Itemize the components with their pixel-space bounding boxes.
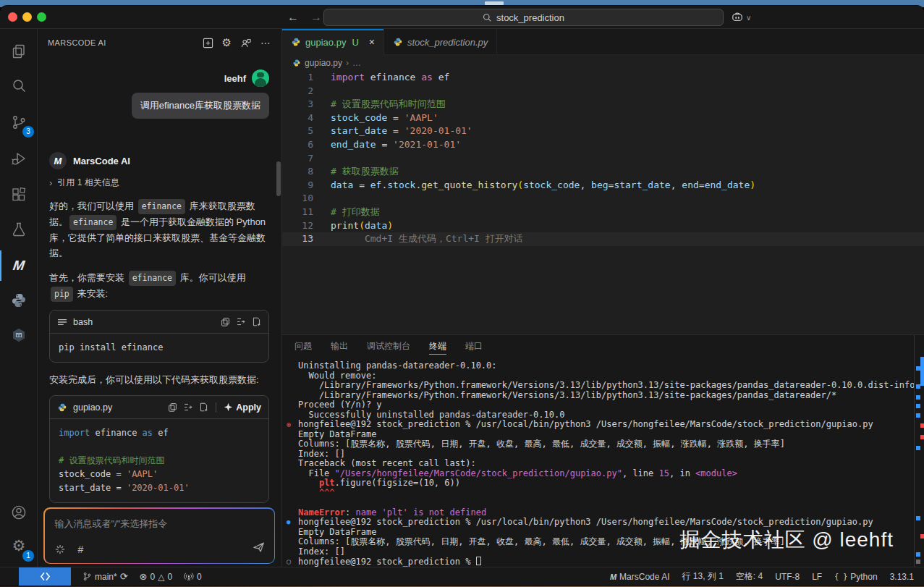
zoom-window-button[interactable] — [37, 12, 46, 22]
insert-at-cursor-icon[interactable] — [183, 402, 193, 412]
activitybar-python[interactable] — [0, 284, 38, 317]
code-line[interactable]: 7 — [282, 152, 924, 166]
activitybar-marscode[interactable]: M — [0, 249, 38, 282]
terminal-line: plt.figure(figsize=(10, 6)) — [298, 478, 914, 489]
ruler-mark — [916, 552, 920, 557]
insert-at-cursor-icon[interactable] — [236, 317, 246, 326]
indentation-status[interactable]: 空格: 4 — [736, 570, 763, 583]
code-block-body: import efinance as ef # 设置股票代码和时间范围stock… — [50, 419, 268, 502]
code-line[interactable]: 6end_date = '2021-01-01' — [282, 138, 924, 152]
command-decoration-icon[interactable]: ○ — [287, 557, 291, 567]
panel-tab-3[interactable]: 终端 — [429, 335, 446, 358]
feedback-icon[interactable] — [240, 38, 252, 48]
code-line[interactable]: 9data = ef.stock.get_quote_history(stock… — [282, 179, 924, 193]
activitybar-search[interactable] — [0, 69, 38, 103]
chat-input[interactable]: 输入消息或者"/"来选择指令 # — [43, 507, 275, 564]
tab-gupiao-py[interactable]: gupiao.py U × — [282, 29, 384, 55]
activitybar-source-control[interactable]: 3 — [0, 106, 38, 139]
terminal-line: ⊗hongfeilee@192 stock_prediction % /usr/… — [298, 420, 914, 430]
ai-paragraph: 好的，我们可以使用 efinance 库来获取股票数据。efinance 是一个… — [49, 198, 269, 261]
beaker-icon — [10, 221, 27, 238]
eol-status[interactable]: LF — [812, 572, 822, 582]
python-version[interactable]: 3.13.1 — [890, 572, 914, 582]
ports-status[interactable]: 0 — [184, 572, 202, 582]
settings-gear-icon[interactable]: ⚙ — [222, 36, 232, 49]
terminal-line: NameError: name 'plt' is not defined — [298, 508, 914, 518]
code-line[interactable]: 2 — [282, 85, 924, 98]
close-tab-icon[interactable]: × — [369, 36, 375, 48]
terminal-line: Uninstalling pandas-datareader-0.10.0: — [298, 361, 914, 371]
chat-input-placeholder: 输入消息或者"/"来选择指令 — [55, 518, 168, 531]
activitybar-extension-extra[interactable] — [0, 318, 38, 352]
sync-icon[interactable]: ⟳ — [120, 571, 128, 582]
breadcrumb[interactable]: gupiao.py › … — [282, 55, 924, 71]
minimize-window-button[interactable] — [22, 12, 32, 22]
code-line[interactable]: 5start_date = '2020-01-01' — [282, 124, 924, 138]
remote-indicator[interactable] — [19, 567, 71, 586]
code-line[interactable]: 13 Cmd+I 生成代码，Ctrl+I 打开对话 — [282, 232, 924, 246]
user-name: leehf — [224, 73, 246, 84]
new-file-icon[interactable] — [199, 402, 208, 412]
marscode-label: MarsCode AI — [619, 572, 669, 582]
activitybar-explorer[interactable] — [0, 35, 38, 68]
vscode-window: ← → stock_prediction ∨ 3 — [0, 6, 924, 586]
ruler-mark — [916, 413, 920, 418]
tab-label: gupiao.py — [305, 37, 346, 48]
activitybar-settings[interactable]: ⚙ 1 — [0, 529, 38, 562]
more-actions-icon[interactable]: ⋯ — [260, 37, 271, 48]
line-content: data = ef.stock.get_quote_history(stock_… — [313, 179, 755, 193]
marscode-status[interactable]: M MarsCode AI — [610, 572, 670, 582]
code-editor[interactable]: 1import efinance as ef23# 设置股票代码和时间范围4st… — [282, 71, 924, 334]
activitybar-extensions[interactable] — [0, 178, 38, 211]
copy-icon[interactable] — [221, 317, 230, 326]
code-line[interactable]: 8# 获取股票数据 — [282, 165, 924, 179]
activitybar-testing[interactable] — [0, 213, 38, 246]
terminal-scrollbar-thumb[interactable] — [920, 357, 924, 386]
problems-status[interactable]: ⊗ 0 △ 0 — [140, 571, 173, 582]
ai-paragraph: 首先，你需要安装 efinance 库。你可以使用 pip 来安装: — [49, 270, 269, 302]
account-icon — [10, 504, 27, 521]
marscode-icon: M — [610, 573, 616, 581]
code-line[interactable]: 4stock_code = 'AAPL' — [282, 111, 924, 125]
terminal-line: ^^^ — [298, 489, 914, 499]
line-content: import efinance as ef — [313, 71, 449, 85]
copilot-icon — [731, 12, 744, 23]
code-line[interactable]: 10 — [282, 192, 924, 206]
navigate-back-button[interactable]: ← — [284, 8, 302, 27]
cursor-position[interactable]: 行 13, 列 1 — [682, 570, 723, 583]
new-file-icon[interactable] — [252, 317, 261, 326]
tab-stock-prediction-py[interactable]: stock_prediction.py — [384, 29, 497, 55]
activitybar-run-debug[interactable] — [0, 142, 38, 175]
sidebar-scrollbar[interactable] — [276, 161, 281, 196]
command-decoration-icon[interactable]: ⊗ — [287, 420, 291, 430]
panel-tab-1[interactable]: 输出 — [331, 335, 348, 358]
ai-message-header: MMarsCode AI — [49, 152, 269, 169]
commands-spark-icon[interactable] — [55, 544, 65, 554]
code-line[interactable]: 1import efinance as ef — [282, 71, 924, 85]
send-button[interactable] — [253, 541, 266, 557]
references-toggle[interactable]: ›引用 1 相关信息 — [49, 177, 269, 189]
panel-tab-2[interactable]: 调试控制台 — [367, 335, 410, 358]
apply-button[interactable]: Apply — [224, 402, 261, 413]
line-number: 9 — [282, 179, 313, 193]
code-block-line: pip install efinance — [59, 341, 260, 355]
git-branch-status[interactable]: main* ⟳ — [82, 571, 128, 582]
code-line[interactable]: 12print(data) — [282, 219, 924, 233]
command-decoration-icon[interactable]: ● — [287, 518, 290, 528]
code-line[interactable]: 11# 打印数据 — [282, 206, 924, 219]
code-line[interactable]: 3# 设置股票代码和时间范围 — [282, 98, 924, 111]
activitybar-account[interactable] — [0, 496, 38, 529]
code-block-header: gupiao.pyApply — [50, 396, 268, 419]
language-mode[interactable]: { } Python — [834, 572, 877, 582]
copy-icon[interactable] — [168, 402, 177, 412]
inline-code-chip: efinance — [138, 199, 185, 214]
close-window-button[interactable] — [8, 12, 17, 22]
command-center-search[interactable]: stock_prediction — [323, 9, 724, 26]
encoding-status[interactable]: UTF-8 — [775, 572, 800, 582]
panel-tab-0[interactable]: 问题 — [294, 335, 312, 358]
sidebar-marscode-ai: MARSCODE AI ⚙ ⋯ leehf调用efinance库获取股票数据MM… — [38, 29, 282, 567]
context-hash-button[interactable]: # — [78, 544, 84, 555]
copilot-menu[interactable]: ∨ — [731, 9, 751, 26]
panel-tab-4[interactable]: 端口 — [465, 335, 483, 358]
new-chat-icon[interactable] — [203, 38, 213, 48]
